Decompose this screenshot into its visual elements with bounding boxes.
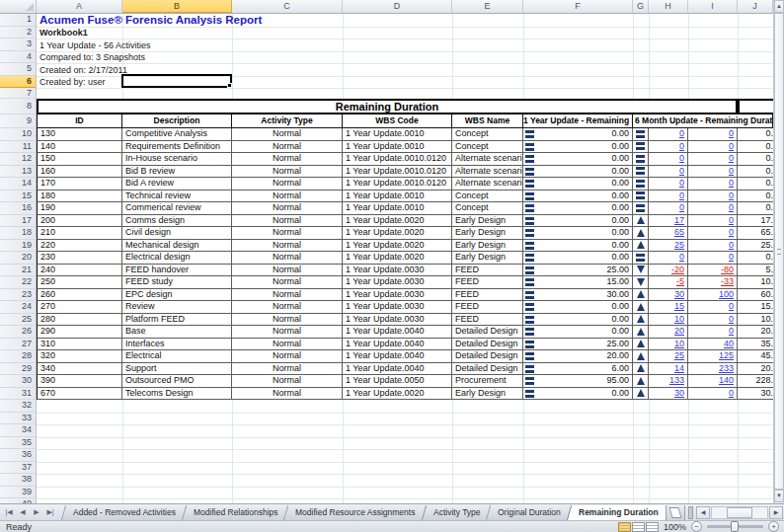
cell-1-year-remaining[interactable]: 0.00	[523, 326, 633, 339]
cell-activity-type[interactable]: Normal	[232, 240, 343, 253]
cell-6-month-trend[interactable]	[633, 375, 649, 388]
cell-1-year-remaining[interactable]: 15.00	[523, 276, 633, 289]
row-header-30[interactable]: 30	[0, 375, 36, 388]
row-header-36[interactable]: 36	[0, 449, 36, 462]
cell-wbs-code[interactable]: 1 Year Update.0030	[343, 265, 452, 277]
row-header-6[interactable]: 6	[0, 76, 36, 89]
cell-1-year-remaining[interactable]: 0.00	[523, 190, 633, 203]
scroll-up-button[interactable]: ▲	[774, 0, 784, 13]
cell-description[interactable]: Electrical	[122, 350, 232, 363]
cell-wbs-name[interactable]: Alternate scenario	[452, 178, 523, 190]
cell-wbs-code[interactable]: 1 Year Update.0040	[343, 350, 452, 363]
cell-6-month-percent[interactable]: 140	[688, 375, 738, 388]
cell-6-month-delta[interactable]: 10	[649, 339, 688, 351]
cell-6-month-remaining[interactable]: 20.00	[738, 363, 773, 376]
cell-wbs-name[interactable]: Early Design	[452, 215, 523, 228]
cell-activity-type[interactable]: Normal	[232, 202, 343, 215]
column-header-B[interactable]: B	[122, 0, 232, 13]
cell-description[interactable]: Platform FEED	[122, 314, 232, 327]
cell-description[interactable]: Bid B review	[122, 166, 232, 179]
cell-wbs-code[interactable]: 1 Year Update.0010.0120	[343, 166, 452, 179]
cell-wbs-code[interactable]: 1 Year Update.0020	[343, 227, 452, 240]
cell-6-month-remaining[interactable]: 0.00	[738, 202, 773, 215]
row-header-24[interactable]: 24	[0, 301, 36, 314]
row-header-21[interactable]: 21	[0, 265, 36, 277]
cell-1-year-remaining[interactable]: 30.00	[523, 289, 633, 302]
cell-id[interactable]: 670	[37, 388, 122, 401]
cell-id[interactable]: 170	[37, 178, 122, 190]
cell-wbs-code[interactable]: 1 Year Update.0010	[343, 190, 452, 203]
cell-id[interactable]: 290	[37, 326, 122, 339]
cell-6-month-percent[interactable]: 40	[688, 339, 738, 351]
row-header-17[interactable]: 17	[0, 215, 36, 228]
row-header-35[interactable]: 35	[0, 437, 36, 450]
column-header-F[interactable]: F	[523, 0, 633, 13]
scroll-left-button[interactable]: ◀	[696, 506, 710, 519]
row-header-3[interactable]: 3	[0, 38, 36, 51]
row-header-39[interactable]: 39	[0, 487, 36, 499]
cell-activity-type[interactable]: Normal	[232, 128, 343, 141]
cell-6-month-trend[interactable]	[633, 190, 649, 203]
cell-id[interactable]: 260	[37, 289, 122, 302]
column-header-D[interactable]: D	[343, 0, 452, 13]
cell-wbs-name[interactable]: FEED	[452, 314, 523, 327]
cell-6-month-percent[interactable]: 0	[688, 388, 738, 401]
row-header-38[interactable]: 38	[0, 474, 36, 487]
cell-6-month-trend[interactable]	[633, 202, 649, 215]
cell-6-month-trend[interactable]	[633, 252, 649, 265]
cell-6-month-percent[interactable]: 0	[688, 301, 738, 314]
cell-wbs-code[interactable]: 1 Year Update.0020	[343, 240, 452, 253]
cell-6-month-percent[interactable]: -33	[688, 276, 738, 289]
cell-6-month-remaining[interactable]: 20.00	[738, 326, 773, 339]
cell-activity-type[interactable]: Normal	[232, 388, 343, 401]
cell-wbs-code[interactable]: 1 Year Update.0010	[343, 141, 452, 154]
cell-6-month-percent[interactable]: 0	[688, 178, 738, 190]
cell-6-month-percent[interactable]: 0	[688, 202, 738, 215]
cell-wbs-code[interactable]: 1 Year Update.0040	[343, 339, 452, 351]
cell-activity-type[interactable]: Normal	[232, 215, 343, 228]
cell-1-year-remaining[interactable]: 0.00	[523, 141, 633, 154]
cell-description[interactable]: EPC design	[122, 289, 232, 302]
cell-6-month-remaining[interactable]: 15.00	[738, 301, 773, 314]
cell-id[interactable]: 140	[37, 141, 122, 154]
cell-activity-type[interactable]: Normal	[232, 141, 343, 154]
cell-wbs-name[interactable]: Alternate scenario	[452, 153, 523, 166]
row-header-5[interactable]: 5	[0, 63, 36, 76]
cell-6-month-percent[interactable]: 0	[688, 215, 738, 228]
row-header-11[interactable]: 11	[0, 141, 36, 154]
cell-activity-type[interactable]: Normal	[232, 190, 343, 203]
cell-6-month-delta[interactable]: 0	[649, 141, 688, 154]
cell-6-month-percent[interactable]: 0	[688, 314, 738, 327]
cell-6-month-percent[interactable]: 100	[688, 289, 738, 302]
cell-6-month-delta[interactable]: 0	[649, 190, 688, 203]
cell-6-month-delta[interactable]: 0	[649, 252, 688, 265]
cell-wbs-name[interactable]: Concept	[452, 202, 523, 215]
cell-activity-type[interactable]: Normal	[232, 227, 343, 240]
row-header-27[interactable]: 27	[0, 339, 36, 351]
row-header-29[interactable]: 29	[0, 363, 36, 376]
row-header-18[interactable]: 18	[0, 227, 36, 240]
cell-description[interactable]: Outsourced PMO	[122, 375, 232, 388]
cell-6-month-delta[interactable]: 0	[649, 128, 688, 141]
cell-wbs-name[interactable]: Early Design	[452, 252, 523, 265]
cell-description[interactable]: Interfaces	[122, 339, 232, 351]
cell-6-month-percent[interactable]: 0	[688, 190, 738, 203]
cell-wbs-name[interactable]: Detailed Design	[452, 326, 523, 339]
zoom-in-button[interactable]: +	[768, 521, 779, 532]
cell-6-month-trend[interactable]	[633, 178, 649, 190]
header-6-month-update[interactable]: 6 Month Update - Remaining Duration	[633, 114, 773, 128]
row-header-31[interactable]: 31	[0, 388, 36, 401]
page-layout-view-icon[interactable]	[632, 522, 645, 532]
cell-6-month-trend[interactable]	[633, 153, 649, 166]
cell-6-month-remaining[interactable]: 0.00	[738, 128, 773, 141]
cell-id[interactable]: 240	[37, 265, 122, 277]
cell-id[interactable]: 270	[37, 301, 122, 314]
column-header-I[interactable]: I	[688, 0, 738, 13]
cell-1-year-remaining[interactable]: 0.00	[523, 240, 633, 253]
row-header-14[interactable]: 14	[0, 178, 36, 190]
cell-wbs-code[interactable]: 1 Year Update.0030	[343, 276, 452, 289]
cell-wbs-name[interactable]: Concept	[452, 128, 523, 141]
sheet-tab-modified-resource-assignments[interactable]: Modified Resource Assignments	[283, 505, 428, 520]
cell-id[interactable]: 180	[37, 190, 122, 203]
cell-6-month-remaining[interactable]: 60.00	[738, 289, 773, 302]
